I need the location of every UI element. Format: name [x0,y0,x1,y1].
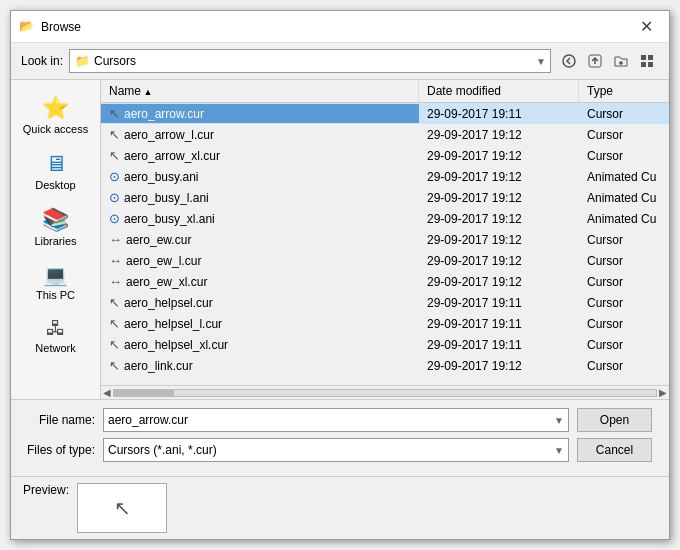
new-folder-button[interactable] [609,49,633,73]
file-row-type: Animated Cu [579,210,669,228]
file-row-icon: ⊙ [109,211,120,226]
sidebar-label-desktop: Desktop [35,179,75,191]
file-row-date: 29-09-2017 19:12 [419,126,579,144]
hscroll-thumb[interactable] [114,390,174,396]
svg-point-0 [563,55,575,67]
file-row-name: aero_busy_xl.ani [124,212,215,226]
horizontal-scrollbar[interactable]: ◀ ▶ [101,385,669,399]
file-row-icon: ⊙ [109,169,120,184]
filename-input[interactable]: aero_arrow.cur ▼ [103,408,569,432]
hscroll-track[interactable] [113,389,657,397]
file-row-icon: ↖ [109,295,120,310]
nav-buttons [557,49,659,73]
main-area: ⭐ Quick access 🖥 Desktop 📚 Libraries 💻 T… [11,79,669,399]
open-button[interactable]: Open [577,408,652,432]
file-row-icon: ↖ [109,148,120,163]
file-row-name: aero_helpsel.cur [124,296,213,310]
file-list-area: Name Date modified Type ↖aero_arrow.cur2… [101,80,669,399]
file-row-type: Animated Cu [579,189,669,207]
table-row[interactable]: ↖aero_arrow_l.cur29-09-2017 19:12Cursor [101,124,669,145]
libraries-icon: 📚 [42,207,69,233]
table-row[interactable]: ↔aero_ew_l.cur29-09-2017 19:12Cursor [101,250,669,271]
hscroll-left-btn[interactable]: ◀ [103,387,111,398]
bottom-area: File name: aero_arrow.cur ▼ Open Files o… [11,399,669,476]
nav-back-button[interactable] [557,49,581,73]
table-row[interactable]: ↖aero_helpsel_l.cur29-09-2017 19:11Curso… [101,313,669,334]
title-bar: 📂 Browse ✕ [11,11,669,43]
table-row[interactable]: ↔aero_ew.cur29-09-2017 19:12Cursor [101,229,669,250]
file-row-icon: ↖ [109,358,120,373]
file-row-date: 29-09-2017 19:12 [419,273,579,291]
col-header-date[interactable]: Date modified [419,80,579,102]
thispc-icon: 💻 [43,263,68,287]
hscroll-right-btn[interactable]: ▶ [659,387,667,398]
file-row-type: Cursor [579,336,669,354]
table-row[interactable]: ↖aero_helpsel.cur29-09-2017 19:11Cursor [101,292,669,313]
table-row[interactable]: ↔aero_ew_xl.cur29-09-2017 19:12Cursor [101,271,669,292]
sidebar-item-thispc[interactable]: 💻 This PC [16,256,96,308]
desktop-icon: 🖥 [45,151,67,177]
file-row-date: 29-09-2017 19:12 [419,147,579,165]
preview-box: ↖ [77,483,167,533]
open-btn-col: Open [577,408,657,432]
svg-rect-2 [641,55,646,60]
table-row[interactable]: ↖aero_arrow_xl.cur29-09-2017 19:12Cursor [101,145,669,166]
file-row-name: aero_ew.cur [126,233,191,247]
sidebar-label-thispc: This PC [36,289,75,301]
table-row[interactable]: ↖aero_helpsel_xl.cur29-09-2017 19:11Curs… [101,334,669,355]
file-list-header: Name Date modified Type [101,80,669,103]
file-row-type: Cursor [579,315,669,333]
file-row-date: 29-09-2017 19:12 [419,357,579,375]
file-row-date: 29-09-2017 19:12 [419,210,579,228]
views-button[interactable] [635,49,659,73]
table-row[interactable]: ⊙aero_busy.ani29-09-2017 19:12Animated C… [101,166,669,187]
sidebar-item-libraries[interactable]: 📚 Libraries [16,200,96,254]
cancel-button[interactable]: Cancel [577,438,652,462]
file-row-date: 29-09-2017 19:11 [419,315,579,333]
file-row-name: aero_arrow_xl.cur [124,149,220,163]
filetype-input[interactable]: Cursors (*.ani, *.cur) ▼ [103,438,569,462]
table-row[interactable]: ↖aero_link.cur29-09-2017 19:12Cursor [101,355,669,376]
file-row-type: Cursor [579,273,669,291]
close-button[interactable]: ✕ [623,11,669,43]
sidebar-label-libraries: Libraries [34,235,76,247]
file-row-name: aero_helpsel_xl.cur [124,338,228,352]
file-row-icon: ↔ [109,232,122,247]
file-row-icon: ↔ [109,274,122,289]
file-list-scroll[interactable]: ↖aero_arrow.cur29-09-2017 19:11Cursor↖ae… [101,103,669,385]
sidebar: ⭐ Quick access 🖥 Desktop 📚 Libraries 💻 T… [11,80,101,399]
file-row-icon: ↖ [109,316,120,331]
file-row-date: 29-09-2017 19:11 [419,105,579,123]
lookin-label: Look in: [21,54,63,68]
toolbar: Look in: 📁 Cursors ▼ [11,43,669,79]
lookin-combo[interactable]: 📁 Cursors ▼ [69,49,551,73]
filename-value: aero_arrow.cur [108,413,554,427]
preview-cursor-icon: ↖ [114,496,131,520]
file-row-date: 29-09-2017 19:12 [419,168,579,186]
table-row[interactable]: ⊙aero_busy_xl.ani29-09-2017 19:12Animate… [101,208,669,229]
sidebar-item-quick-access[interactable]: ⭐ Quick access [16,88,96,142]
filetype-value: Cursors (*.ani, *.cur) [108,443,554,457]
network-icon: 🖧 [46,317,66,340]
dialog-icon: 📂 [19,19,35,35]
table-row[interactable]: ↖aero_arrow.cur29-09-2017 19:11Cursor [101,103,669,124]
filetype-label: Files of type: [23,443,103,457]
file-row-type: Cursor [579,294,669,312]
file-row-icon: ↔ [109,253,122,268]
file-row-name: aero_ew_l.cur [126,254,201,268]
nav-up-button[interactable] [583,49,607,73]
svg-rect-4 [641,62,646,67]
preview-area: Preview: ↖ [11,476,669,539]
sidebar-item-desktop[interactable]: 🖥 Desktop [16,144,96,198]
quick-access-icon: ⭐ [42,95,69,121]
file-row-date: 29-09-2017 19:12 [419,189,579,207]
folder-combo-text: Cursors [94,54,536,68]
col-header-name[interactable]: Name [101,80,419,102]
table-row[interactable]: ⊙aero_busy_l.ani29-09-2017 19:12Animated… [101,187,669,208]
file-row-name: aero_busy.ani [124,170,199,184]
svg-rect-3 [648,55,653,60]
file-row-date: 29-09-2017 19:12 [419,231,579,249]
sidebar-label-network: Network [35,342,75,354]
sidebar-item-network[interactable]: 🖧 Network [16,310,96,361]
col-header-type[interactable]: Type [579,80,669,102]
